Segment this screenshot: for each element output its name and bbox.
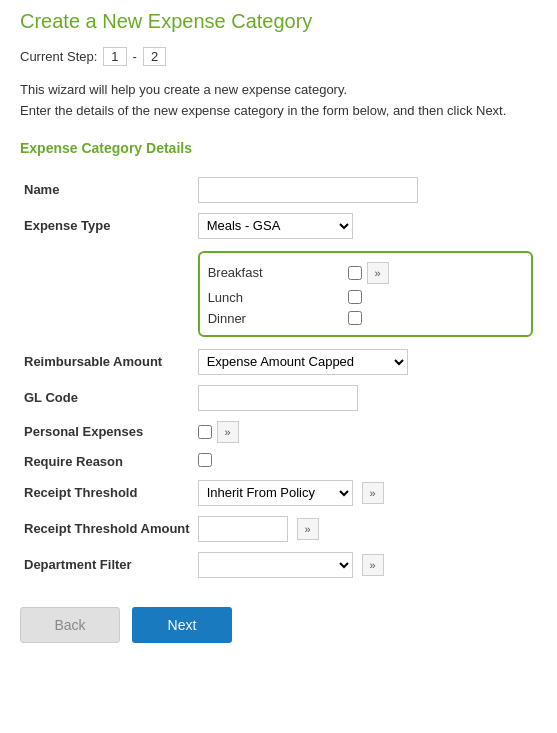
personal-expenses-label: Personal Expenses — [20, 416, 194, 448]
description-line2: Enter the details of the new expense cat… — [20, 101, 537, 122]
receipt-threshold-select[interactable]: Inherit From Policy — [198, 480, 353, 506]
section-title: Expense Category Details — [20, 140, 537, 156]
personal-expenses-checkbox[interactable] — [198, 425, 212, 439]
name-input[interactable] — [198, 177, 418, 203]
dinner-row: Dinner — [208, 308, 523, 329]
receipt-threshold-amount-chevron[interactable]: » — [297, 518, 319, 540]
receipt-threshold-amount-label: Receipt Threshold Amount — [20, 511, 194, 547]
meals-group-row: Breakfast » Lunch Dinner — [20, 244, 537, 344]
description-line1: This wizard will help you create a new e… — [20, 80, 537, 101]
current-step: Current Step: 1 - 2 — [20, 47, 537, 66]
personal-expenses-row: Personal Expenses » — [20, 416, 537, 448]
require-reason-label: Require Reason — [20, 448, 194, 475]
lunch-row: Lunch — [208, 287, 523, 308]
name-label: Name — [20, 172, 194, 208]
breakfast-checkbox[interactable] — [348, 266, 362, 280]
back-button[interactable]: Back — [20, 607, 120, 643]
meal-group: Breakfast » Lunch Dinner — [198, 251, 533, 337]
expense-type-row: Expense Type Meals - GSA — [20, 208, 537, 244]
reimbursable-amount-label: Reimbursable Amount — [20, 344, 194, 380]
reimbursable-amount-select[interactable]: Expense Amount Capped — [198, 349, 408, 375]
receipt-threshold-row: Receipt Threshold Inherit From Policy » — [20, 475, 537, 511]
footer-buttons: Back Next — [20, 607, 537, 643]
department-filter-label: Department Filter — [20, 547, 194, 583]
dinner-checkbox[interactable] — [348, 311, 362, 325]
receipt-threshold-label: Receipt Threshold — [20, 475, 194, 511]
department-filter-row: Department Filter » — [20, 547, 537, 583]
lunch-label: Lunch — [208, 290, 348, 305]
require-reason-row: Require Reason — [20, 448, 537, 475]
expense-type-label: Expense Type — [20, 208, 194, 244]
department-filter-select[interactable] — [198, 552, 353, 578]
name-row: Name — [20, 172, 537, 208]
gl-code-label: GL Code — [20, 380, 194, 416]
step-dash: - — [133, 49, 137, 64]
department-filter-chevron[interactable]: » — [362, 554, 384, 576]
lunch-checkbox[interactable] — [348, 290, 362, 304]
expense-type-select[interactable]: Meals - GSA — [198, 213, 353, 239]
require-reason-checkbox[interactable] — [198, 453, 212, 467]
reimbursable-amount-row: Reimbursable Amount Expense Amount Cappe… — [20, 344, 537, 380]
breakfast-label: Breakfast — [208, 265, 348, 280]
gl-code-input[interactable] — [198, 385, 358, 411]
receipt-threshold-chevron[interactable]: » — [362, 482, 384, 504]
step-2-box: 2 — [143, 47, 166, 66]
current-step-label: Current Step: — [20, 49, 97, 64]
step-1-box: 1 — [103, 47, 126, 66]
personal-expenses-chevron[interactable]: » — [217, 421, 239, 443]
form-table: Name Expense Type Meals - GSA Breakfast — [20, 172, 537, 583]
dinner-label: Dinner — [208, 311, 348, 326]
page-title: Create a New Expense Category — [20, 10, 537, 33]
next-button[interactable]: Next — [132, 607, 232, 643]
description: This wizard will help you create a new e… — [20, 80, 537, 122]
receipt-threshold-amount-row: Receipt Threshold Amount » — [20, 511, 537, 547]
breakfast-chevron[interactable]: » — [367, 262, 389, 284]
gl-code-row: GL Code — [20, 380, 537, 416]
receipt-threshold-amount-input[interactable] — [198, 516, 288, 542]
breakfast-row: Breakfast » — [208, 259, 523, 287]
